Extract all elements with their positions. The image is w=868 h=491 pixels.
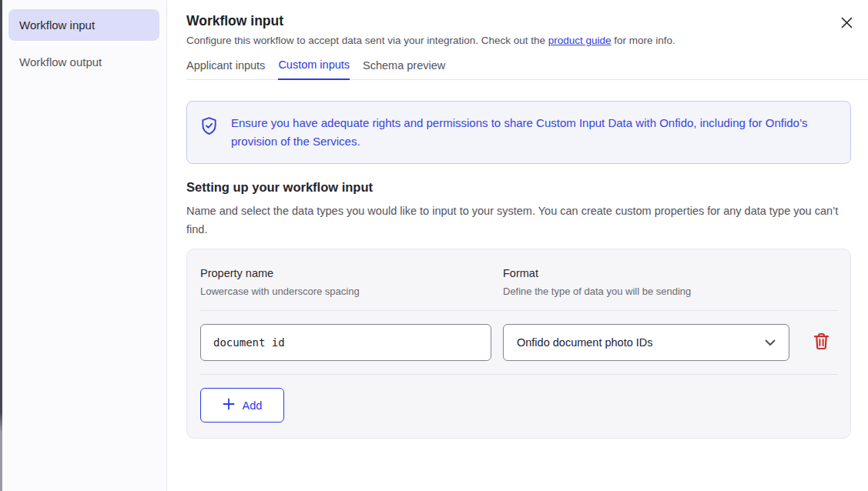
column-hint: Define the type of data you will be send…: [503, 286, 838, 297]
add-button-label: Add: [243, 399, 263, 412]
section-heading: Setting up your workflow input: [186, 180, 851, 195]
subtitle-text: Configure this workflow to accept data s…: [186, 35, 548, 46]
main-panel: Workflow input Configure this workflow t…: [167, 0, 868, 491]
shield-check-icon: [200, 116, 218, 151]
trash-icon: [813, 332, 829, 352]
subtitle-text: for more info.: [612, 35, 675, 46]
sidebar-item-workflow-output[interactable]: Workflow output: [8, 46, 159, 78]
workflow-input-modal: Workflow input Workflow output Workflow …: [0, 0, 868, 491]
column-title: Property name: [200, 267, 503, 279]
close-icon: [840, 16, 853, 32]
divider: [200, 374, 838, 375]
tab-schema-preview[interactable]: Schema preview: [363, 58, 445, 79]
delete-row-button[interactable]: [812, 332, 830, 352]
column-hint: Lowercase with underscore spacing: [200, 286, 503, 297]
notice-text: Ensure you have adequate rights and perm…: [231, 114, 815, 151]
sidebar: Workflow input Workflow output: [2, 0, 167, 491]
plus-icon: [223, 398, 235, 413]
tab-bar: Applicant inputs Custom inputs Schema pr…: [186, 58, 868, 80]
tab-custom-inputs[interactable]: Custom inputs: [278, 58, 350, 80]
column-title: Format: [503, 267, 838, 279]
card-column-headers: Property name Lowercase with underscore …: [200, 267, 838, 297]
divider: [200, 310, 838, 311]
section-description: Name and select the data types you would…: [186, 202, 847, 239]
header-subtitle: Configure this workflow to accept data s…: [186, 35, 851, 46]
permissions-notice-banner: Ensure you have adequate rights and perm…: [186, 101, 851, 164]
page-title: Workflow input: [186, 13, 851, 29]
sidebar-item-label: Workflow output: [19, 55, 102, 68]
notice-icon-column: [187, 114, 231, 151]
chevron-down-icon: [765, 336, 776, 349]
property-name-column-header: Property name Lowercase with underscore …: [200, 267, 503, 297]
tab-applicant-inputs[interactable]: Applicant inputs: [186, 58, 265, 79]
format-column-header: Format Define the type of data you will …: [503, 267, 838, 297]
sidebar-item-workflow-input[interactable]: Workflow input: [8, 9, 159, 41]
custom-input-row: Onfido document photo IDs: [200, 324, 838, 361]
custom-inputs-card: Property name Lowercase with underscore …: [186, 249, 851, 439]
sidebar-item-label: Workflow input: [19, 18, 95, 32]
property-name-input[interactable]: [200, 324, 491, 361]
format-select-value: Onfido document photo IDs: [517, 336, 653, 349]
close-button[interactable]: [836, 14, 856, 34]
product-guide-link[interactable]: product guide: [548, 35, 612, 46]
format-select[interactable]: Onfido document photo IDs: [503, 324, 789, 361]
add-row-button[interactable]: Add: [200, 388, 284, 423]
